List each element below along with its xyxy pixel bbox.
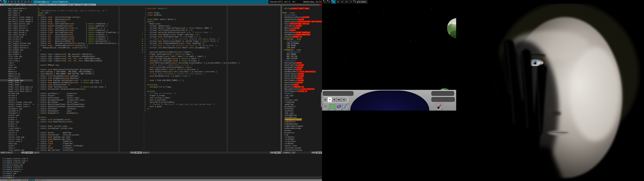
editor-pane-body-h[interactable]: 6#include "object.h"78class Frame;9class… <box>142 6 280 155</box>
comms-button[interactable]: ww4 <box>343 104 349 110</box>
workspace-tag-8[interactable]: 8 <box>24 0 27 4</box>
nerdtree-file-sector_view.h[interactable]: sector_view.h <box>0 138 33 140</box>
tagbar-tag-GetScrHeight[interactable]: +GetScrHeight(void) <box>284 75 322 77</box>
nerdtree-file-info_view.h[interactable]: info_view.h <box>0 58 33 60</box>
code-line[interactable]: static double GetGameTime(void) { return… <box>38 25 107 27</box>
tagbar-tag-GetCamType[interactable]: +GetCamType(void) <box>284 62 322 64</box>
tagbar-scrollbar-thumb[interactable] <box>321 92 322 107</box>
ctrlp-result-src/sbre/transp.o[interactable]: src/sbre/transp.o <box>0 170 324 172</box>
tagbar-tag-MainLoop[interactable]: +MainLoop(void) <box>284 27 322 29</box>
code-line[interactable]: static enum CamType GetCamType(void) { r… <box>38 79 102 82</box>
nerdtree-file-mtrand.h[interactable]: mtrand.h <box>0 94 33 97</box>
tagbar-tag-objectViewerView[interactable]: +objectViewerView <box>284 118 322 121</box>
nerdtree-file-l3d.h[interactable]: l3d.h <box>0 62 33 64</box>
nerdtree-file-model_coll_mesh_data.h[interactable]: model_coll_mesh_data.h <box>0 88 33 90</box>
code-line[interactable]: static MTRand rng; <box>38 64 59 66</box>
nerdtree-file-model_body.o[interactable]: model_body.o <box>0 84 33 86</box>
tagbar-tag-GetTimeAccel[interactable]: +GetTimeAccel(void) <box>284 79 322 82</box>
code-line[interactable]: static enum MapView map_view; <box>38 138 71 140</box>
code-line[interactable]: /* Checked in destructor to make sure ha… <box>148 103 215 106</box>
code-line[interactable]: static SystemView* system_view; <box>38 127 73 130</box>
tagbar-tag-scrSurface[interactable]: -scrSurface <box>284 140 322 142</box>
code-line[interactable]: static double gameTime; <box>38 132 72 134</box>
nerdtree-file-gui_screen.h[interactable]: gui_screen.h <box>0 38 33 40</box>
code-line[interactable]: static InfoView* infoView; <box>38 108 76 110</box>
ctrlp-result-src/space_station.o[interactable]: src/space_station.o <box>0 168 324 170</box>
nerdtree-file-object_viewer_view.cpp[interactable]: object_viewer_view.cpp <box>0 101 33 103</box>
nerdtree-file-ship.cpp[interactable]: ship.cpp <box>0 142 33 145</box>
code-line[interactable]: static GLUquadric* gluQuadric; <box>38 112 78 114</box>
nerdtree-file-object_viewer_view.h[interactable]: object_viewer_view.h <box>0 103 33 106</box>
code-line[interactable]: static void HandleEvents(void); <box>38 121 73 123</box>
code-line[interactable]: private: <box>148 90 156 92</box>
tagbar-tag-infoView[interactable]: +infoView <box>284 108 322 110</box>
nerdtree-file-gui_radio_group.o[interactable]: gui_radio_group.o <box>0 34 33 36</box>
nerdtree-file-model_body.h[interactable]: model_body.h <box>0 82 33 84</box>
nerdtree-file-gui_label.o[interactable]: gui_label.o <box>0 14 33 16</box>
tagbar-tag-GetGameTime[interactable]: +GetGameTime(void) <box>284 66 322 68</box>
ctrlp-seg-files[interactable]: files <box>28 179 35 181</box>
missile-button[interactable]: 7 <box>436 104 442 110</box>
tagbar-tag-SetCamType[interactable]: +SetCamType(enum CamType) <box>284 31 322 34</box>
code-line[interactable]: private: <box>38 116 47 118</box>
code-line[interactable]: void SetLabel(const char* label) { m_lab… <box>148 55 206 58</box>
ctrlp-result-src/space_station.h[interactable]: src/space_station.h <box>0 166 324 168</box>
time-accel-button-pause[interactable]: ▮▮ <box>323 97 327 102</box>
code-line[interactable]: static SDL_Surface* scrSurface; <box>38 149 74 151</box>
code-line[interactable]: static View* current_view; <box>38 125 68 127</box>
tagbar-tag-selected_system[interactable]: -selected_system <box>284 147 322 149</box>
code-line[interactable]: void SetOnscreen(const bool onscreen) { … <box>148 70 217 73</box>
code-line[interactable]: unsigned int m_flags; <box>148 86 172 88</box>
code-line[interactable]: virtual void SetFrame(Frame* f) { m_fram… <box>148 36 200 38</box>
code-line[interactable]: void MarkDead(void) { m_dead = true; } <box>148 75 190 77</box>
code-line[interactable]: static enum MapView GetMapView(void) { r… <box>38 82 102 84</box>
nerdtree-file-gui_label.h[interactable]: gui_label.h <box>0 12 33 14</box>
vertical-split-divider[interactable] <box>280 6 282 157</box>
code-line[interactable]: /* Override to clear any pointers you ho… <box>148 44 217 46</box>
code-line[interactable]: Body(void); <box>148 22 161 25</box>
code-line[interactable]: static void HyperspaceTo(StarSystem* des… <box>38 68 94 70</box>
tagbar-tag-spaceStationView[interactable]: +spaceStationView <box>284 149 322 151</box>
galaxy-button[interactable]: 3 <box>336 104 342 110</box>
code-line[interactable]: Frame* GetFrame(void) { return m_frame; … <box>148 53 193 55</box>
code-line[interactable]: static void MainLoop(void); <box>38 18 71 20</box>
nerdtree-file-gui_multi_state_image_button.o[interactable]: gui_multi_state_image_button.o <box>0 20 33 22</box>
nerdtree-file-gui_screen.cpp[interactable]: gui_screen.cpp <box>0 36 33 38</box>
tagbar-tag-scrAspect[interactable]: -scrAspect <box>284 136 322 138</box>
nerdtree-file-sector_view.o[interactable]: sector_view.o <box>0 140 33 142</box>
workspace-tag-7[interactable]: 7 <box>20 0 24 4</box>
tagbar-tag-frameTime[interactable]: -frameTime <box>284 101 322 103</box>
nerdtree-file-ship_cpanel.cpp[interactable]: ship_cpanel.cpp <box>0 149 33 151</box>
tagbar-tag-HyperspaceTo[interactable]: +HyperspaceTo(StarSystem* destination <box>284 20 322 22</box>
tagbar-tag-KeyState[interactable]: +KeyState(SDLKey k) <box>284 86 322 88</box>
nerdtree-file-gui_radio_group.cpp[interactable]: gui_radio_group.cpp <box>0 29 33 31</box>
tagbar-tag-CamType[interactable]: ▼+CamType : enum <box>284 38 322 40</box>
tagbar-tag-GetMouseMotion[interactable]: +GetMouseMotion(int motion[2]) <box>284 70 322 73</box>
code-line[interactable]: } <box>38 49 42 51</box>
tagbar-tag-MAP_SECTOR[interactable]: MAP_SECTOR <box>286 55 322 58</box>
code-line[interactable]: class ObjMesh; <box>148 14 162 16</box>
code-line[interactable]: virtual void TimeStepUpdate(const float … <box>148 42 204 44</box>
tagbar-tag-playerLoc[interactable]: +playerLoc <box>284 132 322 134</box>
code-line[interactable]: enum { FLAG_CAN_MOVE_FRAME = 1 }; <box>148 79 184 82</box>
nerdtree-file-objimport.o[interactable]: objimport.o <box>0 112 33 114</box>
tagbar-tag-map_view[interactable]: -map_view <box>284 112 322 114</box>
code-line[interactable]: static WorldView* world_view; <box>38 101 78 103</box>
code-line[interactable]: memcpy(motion, mouseMotion, sizeof(int)*… <box>38 46 88 49</box>
code-line[interactable]: void SetProjectedPos(const vector3d& pro… <box>148 62 240 64</box>
nerdtree-file-gui_radio_button.cpp[interactable]: gui_radio_button.cpp <box>0 22 33 25</box>
code-line[interactable]: const vector3d& GetProjectedPos() const; <box>148 66 192 68</box>
tagbar-tag-cpan[interactable]: +cpan <box>284 97 322 99</box>
code-line[interactable]: std::string& GetLabel(void) { return m_l… <box>148 58 200 60</box>
workspace-tag-6[interactable]: 6 <box>17 0 20 4</box>
tagbar-tag-onKeyRelease[interactable]: +onKeyRelease <box>284 123 322 125</box>
nerdtree-file-gui_multi_state_image_button.h[interactable]: gui_multi_state_image_button.h <box>0 18 33 20</box>
code-line[interactable]: static sigc::signal<void, SDL_keysym*> o… <box>38 55 96 58</box>
tagbar-tag-GetSelectedSystem[interactable]: +GetSelectedSystem(void) <box>284 16 322 18</box>
ctrlp-mode-path[interactable]: path <box>7 179 11 181</box>
code-line[interactable]: virtual vector3d GetPosition(void) = 0; … <box>148 31 212 34</box>
tagbar-tag-GetFrameTime[interactable]: +GetFrameTime(void) <box>284 64 322 66</box>
workspace-tag-5[interactable]: 5 <box>340 0 344 4</box>
tagbar-tag-scrWidth[interactable]: -scrWidth <box>284 142 322 145</box>
tagbar-tag-onKeyPress[interactable]: +onKeyPress <box>284 121 322 123</box>
